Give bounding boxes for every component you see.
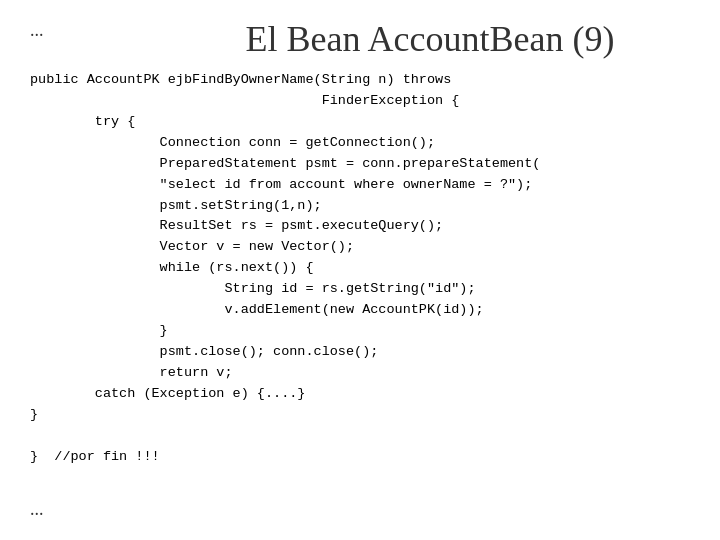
dots-bottom: ...	[30, 499, 44, 520]
slide: ... El Bean AccountBean (9) public Accou…	[0, 0, 720, 540]
code-block: public AccountPK ejbFindByOwnerName(Stri…	[30, 70, 700, 468]
slide-title: El Bean AccountBean (9)	[160, 18, 700, 60]
code-line-1: public AccountPK ejbFindByOwnerName(Stri…	[30, 72, 540, 464]
